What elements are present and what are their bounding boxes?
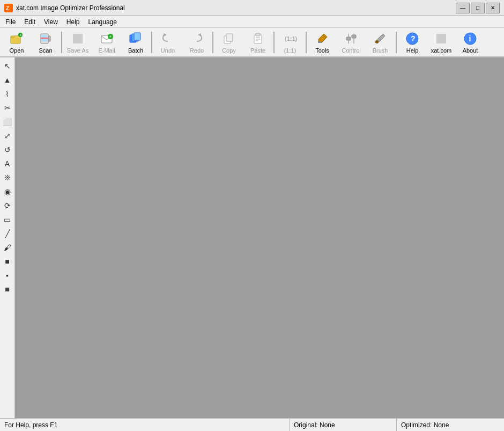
left-tool-rect-fill[interactable]: ■	[1, 255, 14, 268]
svg-rect-27	[346, 37, 351, 40]
left-tool-paint[interactable]: 🖌	[1, 241, 14, 254]
undo-icon	[160, 31, 175, 46]
toolbar-separator	[273, 32, 275, 53]
toolbar-btn-batch[interactable]: Batch	[121, 29, 150, 56]
toolbar-separator	[396, 32, 397, 53]
toolbar-btn-label-undo: Undo	[161, 47, 175, 54]
toolbar-btn-label-batch: Batch	[128, 47, 143, 54]
toolbar-btn-help[interactable]: ? Help	[398, 29, 427, 56]
left-tool-rect-outline[interactable]: ▪	[1, 269, 14, 282]
left-tool-rectangle[interactable]: ▭	[1, 213, 14, 226]
left-tool-dropper[interactable]: ⌇	[1, 87, 14, 100]
minimize-button[interactable]: —	[456, 3, 470, 13]
toolbar-btn-label-xatcom: xat.com	[431, 47, 452, 54]
scan-icon	[38, 31, 53, 46]
svg-text:+: +	[109, 34, 112, 39]
open-icon: +	[9, 31, 24, 46]
toolbar-btn-about[interactable]: i About	[456, 29, 485, 56]
app-icon: Z	[4, 4, 13, 12]
toolbar-btn-save-as: Save As	[63, 29, 92, 56]
toolbar-btn-email: + E-Mail	[92, 29, 121, 56]
svg-text:i: i	[469, 34, 471, 43]
toolbar-btn-copy: Copy	[214, 29, 243, 56]
menu-item-help[interactable]: Help	[62, 17, 84, 27]
left-tool-rect-small[interactable]: ◾	[1, 283, 14, 296]
toolbar-btn-control: Control	[337, 29, 366, 56]
main-area: ↖▲⌇✂⬜⤢↺A❊◉⟳▭╱🖌■▪◾	[0, 57, 504, 418]
svg-text:Z: Z	[6, 5, 9, 11]
toolbar-separator	[151, 32, 152, 53]
toolbar-btn-label-save-as: Save As	[67, 47, 88, 54]
menu-item-file[interactable]: File	[1, 17, 20, 27]
toolbar-btn-label-brush: Brush	[373, 47, 388, 54]
left-tool-lasso[interactable]: ⟳	[1, 199, 14, 212]
toolbar-btn-open[interactable]: + Open	[2, 29, 31, 56]
toolbar-separator	[306, 32, 307, 53]
toolbar-btn-label-email: E-Mail	[98, 47, 115, 54]
zoom-icon: (1:1)	[283, 31, 298, 46]
web-icon	[434, 31, 449, 46]
left-tool-select[interactable]: ⬜	[1, 115, 14, 128]
email-icon: +	[99, 31, 114, 46]
menu-item-view[interactable]: View	[40, 17, 62, 27]
redo-icon	[189, 31, 204, 46]
svg-rect-36	[436, 34, 446, 43]
toolbar-separator	[61, 32, 62, 53]
brush-icon	[373, 31, 388, 46]
toolbar-btn-label-about: About	[463, 47, 478, 54]
help-icon: ?	[405, 31, 420, 46]
left-tool-line[interactable]: ╱	[1, 227, 14, 240]
svg-rect-15	[134, 33, 140, 40]
toolbar-btn-paste: Paste	[243, 29, 272, 56]
tools-icon	[315, 31, 330, 46]
paste-icon	[250, 31, 265, 46]
control-icon	[344, 31, 359, 46]
svg-rect-19	[226, 34, 233, 41]
toolbar-btn-label-control: Control	[342, 47, 360, 54]
toolbar-btn-label-zoom: (1:1)	[284, 47, 297, 54]
title-left: Z xat.com Image Optimizer Professional	[4, 4, 125, 12]
left-tool-rotate[interactable]: ↺	[1, 143, 14, 156]
toolbar-btn-label-redo: Redo	[190, 47, 204, 54]
left-tool-resize[interactable]: ⤢	[1, 129, 14, 142]
toolbar-btn-redo: Redo	[182, 29, 211, 56]
toolbar-btn-label-copy: Copy	[222, 47, 236, 54]
toolbar-btn-zoom: (1:1) (1:1)	[276, 29, 305, 56]
left-tool-pointer[interactable]: ↖	[1, 60, 14, 72]
menu-item-edit[interactable]: Edit	[20, 17, 40, 27]
toolbar-btn-xatcom[interactable]: xat.com	[427, 29, 456, 56]
svg-text:+: +	[20, 33, 22, 36]
svg-text:(1:1): (1:1)	[285, 35, 297, 42]
toolbar-btn-label-open: Open	[10, 47, 24, 54]
about-icon: i	[463, 31, 478, 46]
menu-item-language[interactable]: Language	[84, 17, 121, 27]
batch-icon	[128, 31, 143, 46]
left-tool-stamp[interactable]: ◉	[1, 185, 14, 198]
svg-point-33	[375, 40, 379, 43]
save-icon	[70, 31, 85, 46]
toolbar-separator	[212, 32, 213, 53]
left-tool-text[interactable]: A	[1, 157, 14, 170]
svg-rect-21	[256, 33, 260, 36]
left-tool-fill[interactable]: ▲	[1, 74, 14, 86]
status-bar: For Help, press F1 Original: None Optimi…	[0, 418, 504, 431]
left-tool-clone[interactable]: ❊	[1, 171, 14, 184]
status-help: For Help, press F1	[0, 419, 290, 431]
toolbar-btn-scan[interactable]: Scan	[31, 29, 60, 56]
maximize-button[interactable]: □	[471, 3, 485, 13]
window-controls: — □ ✕	[456, 3, 500, 13]
left-tool-crop-left[interactable]: ✂	[1, 101, 14, 114]
close-button[interactable]: ✕	[486, 3, 500, 13]
toolbar-btn-label-paste: Paste	[250, 47, 265, 54]
left-toolbar: ↖▲⌇✂⬜⤢↺A❊◉⟳▭╱🖌■▪◾	[0, 57, 15, 418]
svg-marker-17	[198, 33, 201, 36]
menu-bar: FileEditViewHelpLanguage	[0, 16, 504, 28]
svg-marker-16	[164, 33, 167, 36]
status-optimized: Optimized: None	[397, 419, 504, 431]
toolbar-btn-tools[interactable]: Tools	[308, 29, 337, 56]
title-bar: Z xat.com Image Optimizer Professional —…	[0, 0, 504, 16]
toolbar-btn-label-scan: Scan	[39, 47, 52, 54]
app-title: xat.com Image Optimizer Professional	[16, 4, 125, 12]
svg-rect-30	[352, 35, 356, 38]
toolbar-btn-brush: Brush	[366, 29, 395, 56]
